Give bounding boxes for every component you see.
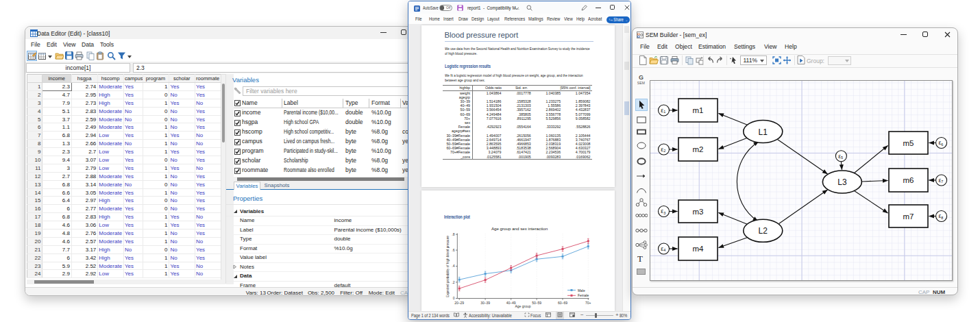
- svg-text:.8: .8: [452, 232, 454, 236]
- svg-text:0: 0: [453, 296, 455, 300]
- svg-text:L3: L3: [837, 177, 847, 187]
- svg-text:Age group and sex interaction: Age group and sex interaction: [491, 226, 548, 231]
- svg-text:m3: m3: [693, 208, 704, 216]
- svg-text:m4: m4: [693, 245, 705, 253]
- svg-text:L1: L1: [759, 127, 768, 137]
- svg-text:m5: m5: [903, 139, 914, 147]
- svg-text:Age group: Age group: [515, 304, 530, 308]
- svg-text:.6: .6: [452, 248, 454, 252]
- svg-text:60–69: 60–69: [558, 301, 567, 305]
- svg-text:50–59: 50–59: [532, 301, 541, 305]
- svg-text:m2: m2: [693, 145, 704, 153]
- svg-text:Expected probability of high b: Expected probability of high blood press…: [446, 236, 450, 297]
- svg-text:Female: Female: [578, 294, 589, 297]
- svg-text:20–29: 20–29: [454, 301, 464, 305]
- svg-text:m1: m1: [693, 106, 704, 114]
- svg-text:Male: Male: [578, 289, 585, 293]
- svg-text:.2: .2: [452, 280, 454, 284]
- svg-text:70+: 70+: [585, 301, 591, 305]
- svg-text:.4: .4: [452, 264, 454, 268]
- svg-text:m6: m6: [903, 176, 914, 184]
- svg-text:m7: m7: [903, 212, 914, 221]
- svg-text:L2: L2: [759, 226, 768, 236]
- svg-text:30–39: 30–39: [480, 301, 490, 305]
